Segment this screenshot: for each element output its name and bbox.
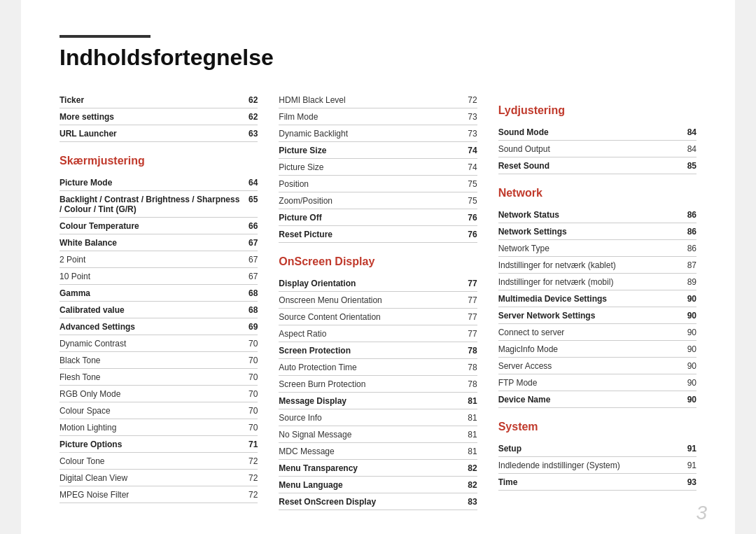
toc-item-label: Picture Size (279, 146, 462, 155)
toc-item: Sound Mode84 (498, 124, 696, 141)
toc-item: MDC Message81 (279, 443, 477, 460)
toc-item-page: 72 (248, 473, 258, 483)
toc-item-label: Reset Sound (498, 161, 682, 171)
toc-item-label: Dynamic Contrast (59, 339, 243, 349)
toc-item-page: 86 (687, 227, 696, 237)
toc-item: 2 Point67 (59, 251, 258, 268)
toc-item: Position75 (279, 176, 477, 192)
toc-item-label: Black Tone (59, 356, 243, 365)
toc-item-page: 77 (468, 312, 477, 322)
toc-item: Source Content Orientation77 (279, 309, 477, 325)
toc-item-label: URL Launcher (59, 129, 243, 139)
toc-item-page: 71 (248, 440, 258, 449)
toc-item: Network Type86 (498, 240, 696, 257)
toc-item: Advanced Settings69 (59, 318, 258, 335)
toc-item: No Signal Message81 (279, 426, 477, 443)
toc-item: Aspect Ratio77 (279, 325, 477, 342)
col1-section1-items: Picture Mode64Backlight / Contrast / Bri… (59, 174, 258, 503)
toc-item-page: 90 (687, 378, 696, 388)
toc-item-page: 63 (248, 129, 258, 139)
toc-item: FTP Mode90 (498, 374, 696, 391)
toc-item-label: Film Mode (279, 112, 462, 122)
toc-item-label: Onscreen Menu Orientation (279, 295, 462, 305)
toc-item-label: Time (498, 477, 682, 487)
toc-item-label: Zoom/Position (279, 196, 462, 206)
toc-item-label: Device Name (498, 395, 682, 405)
toc-item-page: 90 (687, 328, 696, 337)
col1-top-items: Ticker62More settings62URL Launcher63 (59, 92, 258, 142)
toc-item-label: RGB Only Mode (59, 389, 243, 399)
toc-item-label: Sound Output (498, 144, 682, 154)
toc-item-label: Picture Off (279, 213, 462, 223)
toc-item-page: 67 (248, 238, 258, 248)
toc-item-page: 67 (248, 272, 258, 281)
toc-item: Picture Size74 (279, 159, 477, 176)
toc-item-label: Screen Burn Protection (279, 379, 462, 389)
toc-item-page: 73 (468, 129, 477, 139)
toc-item-label: MPEG Noise Filter (59, 490, 243, 500)
toc-item-page: 89 (687, 277, 696, 287)
toc-item-page: 70 (248, 406, 258, 416)
toc-item-label: Advanced Settings (59, 322, 243, 332)
toc-item-label: MagicInfo Mode (498, 344, 682, 354)
toc-item-page: 91 (687, 444, 696, 454)
section-title-onscreen: OnScreen Display (279, 255, 477, 268)
toc-item-page: 77 (468, 329, 477, 339)
toc-item: Sound Output84 (498, 141, 696, 157)
toc-item-label: Aspect Ratio (279, 329, 462, 339)
toc-item-page: 87 (687, 260, 696, 270)
toc-item-label: Display Orientation (279, 279, 462, 288)
toc-item-label: Dynamic Backlight (279, 129, 462, 139)
toc-item-page: 90 (687, 361, 696, 371)
toc-item-label: Colour Temperature (59, 221, 243, 231)
toc-item: Device Name90 (498, 391, 696, 408)
toc-item-page: 65 (248, 195, 258, 204)
toc-item: Server Network Settings90 (498, 307, 696, 324)
toc-item-page: 83 (468, 497, 477, 507)
toc-item-label: White Balance (59, 238, 243, 248)
column-2: HDMI Black Level72Film Mode73Dynamic Bac… (279, 92, 498, 510)
toc-item-page: 78 (468, 346, 477, 356)
toc-item: Picture Size74 (279, 142, 477, 159)
toc-item-label: Colour Space (59, 406, 243, 416)
toc-item-label: More settings (59, 112, 243, 122)
toc-item: Auto Protection Time78 (279, 359, 477, 376)
col3-sound-items: Sound Mode84Sound Output84Reset Sound85 (498, 124, 696, 174)
toc-item-page: 72 (248, 456, 258, 466)
toc-item-page: 84 (687, 127, 696, 137)
toc-item-label: Indstillinger for netværk (mobil) (498, 277, 682, 287)
toc-item-page: 73 (468, 112, 477, 122)
toc-item-page: 76 (468, 213, 477, 223)
toc-item: Onscreen Menu Orientation77 (279, 292, 477, 309)
toc-item-label: Position (279, 179, 462, 189)
toc-item: Black Tone70 (59, 352, 258, 369)
toc-item: Motion Lighting70 (59, 419, 258, 436)
toc-item-label: FTP Mode (498, 378, 682, 388)
toc-item-page: 66 (248, 221, 258, 231)
toc-item-label: Indledende indstillinger (System) (498, 461, 682, 470)
toc-item-page: 62 (248, 95, 258, 105)
toc-item-page: 90 (687, 395, 696, 405)
toc-item: Source Info81 (279, 409, 477, 426)
toc-item: Picture Options71 (59, 436, 258, 453)
section-title-system: System (498, 421, 696, 433)
toc-item: MagicInfo Mode90 (498, 341, 696, 358)
toc-item-label: Multimedia Device Settings (498, 294, 682, 304)
toc-item-page: 76 (468, 230, 477, 239)
toc-item: Colour Tone72 (59, 453, 258, 470)
toc-item-page: 70 (248, 339, 258, 349)
toc-item-label: Picture Options (59, 440, 243, 449)
toc-item: Dynamic Backlight73 (279, 125, 477, 142)
toc-item-page: 72 (468, 95, 477, 105)
toc-item-page: 75 (468, 179, 477, 189)
toc-item-page: 81 (468, 430, 477, 440)
toc-item-label: Menu Transparency (279, 463, 462, 473)
toc-item: Indledende indstillinger (System)91 (498, 457, 696, 474)
toc-item: Gamma68 (59, 285, 258, 302)
toc-item-label: Server Network Settings (498, 311, 682, 321)
toc-item: Zoom/Position75 (279, 192, 477, 209)
toc-item: Colour Space70 (59, 402, 258, 419)
toc-item: RGB Only Mode70 (59, 386, 258, 402)
toc-item: Menu Language82 (279, 477, 477, 493)
page: Indholdsfortegnelse Ticker62More setting… (21, 0, 735, 534)
